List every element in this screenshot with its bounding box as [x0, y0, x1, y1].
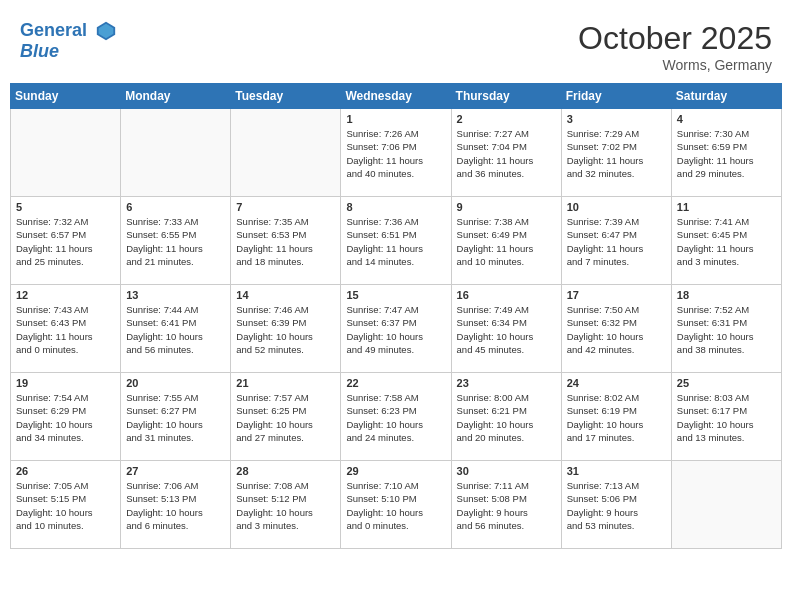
day-number: 8: [346, 201, 445, 213]
day-number: 31: [567, 465, 666, 477]
location: Worms, Germany: [578, 57, 772, 73]
day-number: 19: [16, 377, 115, 389]
calendar-cell: 18Sunrise: 7:52 AM Sunset: 6:31 PM Dayli…: [671, 285, 781, 373]
calendar-cell: 2Sunrise: 7:27 AM Sunset: 7:04 PM Daylig…: [451, 109, 561, 197]
day-number: 16: [457, 289, 556, 301]
calendar-cell: 4Sunrise: 7:30 AM Sunset: 6:59 PM Daylig…: [671, 109, 781, 197]
calendar-cell: 8Sunrise: 7:36 AM Sunset: 6:51 PM Daylig…: [341, 197, 451, 285]
calendar-cell: 19Sunrise: 7:54 AM Sunset: 6:29 PM Dayli…: [11, 373, 121, 461]
calendar-table: SundayMondayTuesdayWednesdayThursdayFrid…: [10, 83, 782, 549]
calendar-week-2: 5Sunrise: 7:32 AM Sunset: 6:57 PM Daylig…: [11, 197, 782, 285]
weekday-header-saturday: Saturday: [671, 84, 781, 109]
calendar-cell: 16Sunrise: 7:49 AM Sunset: 6:34 PM Dayli…: [451, 285, 561, 373]
calendar-cell: 29Sunrise: 7:10 AM Sunset: 5:10 PM Dayli…: [341, 461, 451, 549]
calendar-header-row: SundayMondayTuesdayWednesdayThursdayFrid…: [11, 84, 782, 109]
page-header: General Blue October 2025 Worms, Germany: [10, 10, 782, 78]
day-number: 20: [126, 377, 225, 389]
day-number: 18: [677, 289, 776, 301]
day-number: 2: [457, 113, 556, 125]
calendar-cell: 30Sunrise: 7:11 AM Sunset: 5:08 PM Dayli…: [451, 461, 561, 549]
day-info: Sunrise: 7:26 AM Sunset: 7:06 PM Dayligh…: [346, 127, 445, 180]
day-number: 25: [677, 377, 776, 389]
calendar-cell: 6Sunrise: 7:33 AM Sunset: 6:55 PM Daylig…: [121, 197, 231, 285]
day-number: 22: [346, 377, 445, 389]
day-info: Sunrise: 8:02 AM Sunset: 6:19 PM Dayligh…: [567, 391, 666, 444]
day-info: Sunrise: 8:03 AM Sunset: 6:17 PM Dayligh…: [677, 391, 776, 444]
day-info: Sunrise: 7:43 AM Sunset: 6:43 PM Dayligh…: [16, 303, 115, 356]
day-info: Sunrise: 7:55 AM Sunset: 6:27 PM Dayligh…: [126, 391, 225, 444]
logo-blue: Blue: [20, 41, 59, 61]
day-info: Sunrise: 7:33 AM Sunset: 6:55 PM Dayligh…: [126, 215, 225, 268]
day-info: Sunrise: 7:54 AM Sunset: 6:29 PM Dayligh…: [16, 391, 115, 444]
calendar-cell: 26Sunrise: 7:05 AM Sunset: 5:15 PM Dayli…: [11, 461, 121, 549]
weekday-header-monday: Monday: [121, 84, 231, 109]
day-info: Sunrise: 7:49 AM Sunset: 6:34 PM Dayligh…: [457, 303, 556, 356]
calendar-cell: 5Sunrise: 7:32 AM Sunset: 6:57 PM Daylig…: [11, 197, 121, 285]
day-info: Sunrise: 7:47 AM Sunset: 6:37 PM Dayligh…: [346, 303, 445, 356]
day-number: 1: [346, 113, 445, 125]
day-info: Sunrise: 7:36 AM Sunset: 6:51 PM Dayligh…: [346, 215, 445, 268]
day-info: Sunrise: 7:57 AM Sunset: 6:25 PM Dayligh…: [236, 391, 335, 444]
calendar-cell: 27Sunrise: 7:06 AM Sunset: 5:13 PM Dayli…: [121, 461, 231, 549]
day-info: Sunrise: 7:39 AM Sunset: 6:47 PM Dayligh…: [567, 215, 666, 268]
day-info: Sunrise: 7:35 AM Sunset: 6:53 PM Dayligh…: [236, 215, 335, 268]
calendar-cell: 1Sunrise: 7:26 AM Sunset: 7:06 PM Daylig…: [341, 109, 451, 197]
day-number: 9: [457, 201, 556, 213]
day-number: 28: [236, 465, 335, 477]
calendar-cell: 24Sunrise: 8:02 AM Sunset: 6:19 PM Dayli…: [561, 373, 671, 461]
day-number: 27: [126, 465, 225, 477]
day-info: Sunrise: 7:30 AM Sunset: 6:59 PM Dayligh…: [677, 127, 776, 180]
day-info: Sunrise: 7:29 AM Sunset: 7:02 PM Dayligh…: [567, 127, 666, 180]
day-info: Sunrise: 7:38 AM Sunset: 6:49 PM Dayligh…: [457, 215, 556, 268]
calendar-cell: 14Sunrise: 7:46 AM Sunset: 6:39 PM Dayli…: [231, 285, 341, 373]
logo-general: General: [20, 20, 87, 40]
weekday-header-wednesday: Wednesday: [341, 84, 451, 109]
day-number: 5: [16, 201, 115, 213]
day-info: Sunrise: 8:00 AM Sunset: 6:21 PM Dayligh…: [457, 391, 556, 444]
day-number: 3: [567, 113, 666, 125]
calendar-cell: 23Sunrise: 8:00 AM Sunset: 6:21 PM Dayli…: [451, 373, 561, 461]
day-number: 30: [457, 465, 556, 477]
calendar-cell: 28Sunrise: 7:08 AM Sunset: 5:12 PM Dayli…: [231, 461, 341, 549]
calendar-cell: [671, 461, 781, 549]
day-info: Sunrise: 7:58 AM Sunset: 6:23 PM Dayligh…: [346, 391, 445, 444]
logo: General Blue: [20, 20, 117, 62]
calendar-cell: 25Sunrise: 8:03 AM Sunset: 6:17 PM Dayli…: [671, 373, 781, 461]
day-number: 21: [236, 377, 335, 389]
day-info: Sunrise: 7:13 AM Sunset: 5:06 PM Dayligh…: [567, 479, 666, 532]
calendar-week-3: 12Sunrise: 7:43 AM Sunset: 6:43 PM Dayli…: [11, 285, 782, 373]
calendar-week-1: 1Sunrise: 7:26 AM Sunset: 7:06 PM Daylig…: [11, 109, 782, 197]
calendar-cell: 13Sunrise: 7:44 AM Sunset: 6:41 PM Dayli…: [121, 285, 231, 373]
calendar-cell: 10Sunrise: 7:39 AM Sunset: 6:47 PM Dayli…: [561, 197, 671, 285]
weekday-header-friday: Friday: [561, 84, 671, 109]
calendar-cell: 15Sunrise: 7:47 AM Sunset: 6:37 PM Dayli…: [341, 285, 451, 373]
day-info: Sunrise: 7:44 AM Sunset: 6:41 PM Dayligh…: [126, 303, 225, 356]
day-number: 15: [346, 289, 445, 301]
day-number: 4: [677, 113, 776, 125]
calendar-cell: [231, 109, 341, 197]
title-block: October 2025 Worms, Germany: [578, 20, 772, 73]
calendar-cell: 22Sunrise: 7:58 AM Sunset: 6:23 PM Dayli…: [341, 373, 451, 461]
day-number: 23: [457, 377, 556, 389]
day-info: Sunrise: 7:32 AM Sunset: 6:57 PM Dayligh…: [16, 215, 115, 268]
day-number: 6: [126, 201, 225, 213]
day-number: 12: [16, 289, 115, 301]
day-number: 7: [236, 201, 335, 213]
day-info: Sunrise: 7:46 AM Sunset: 6:39 PM Dayligh…: [236, 303, 335, 356]
calendar-cell: 9Sunrise: 7:38 AM Sunset: 6:49 PM Daylig…: [451, 197, 561, 285]
day-info: Sunrise: 7:50 AM Sunset: 6:32 PM Dayligh…: [567, 303, 666, 356]
calendar-cell: 17Sunrise: 7:50 AM Sunset: 6:32 PM Dayli…: [561, 285, 671, 373]
day-info: Sunrise: 7:06 AM Sunset: 5:13 PM Dayligh…: [126, 479, 225, 532]
weekday-header-thursday: Thursday: [451, 84, 561, 109]
calendar-cell: [11, 109, 121, 197]
day-info: Sunrise: 7:05 AM Sunset: 5:15 PM Dayligh…: [16, 479, 115, 532]
calendar-cell: [121, 109, 231, 197]
weekday-header-sunday: Sunday: [11, 84, 121, 109]
day-info: Sunrise: 7:27 AM Sunset: 7:04 PM Dayligh…: [457, 127, 556, 180]
day-number: 26: [16, 465, 115, 477]
calendar-cell: 11Sunrise: 7:41 AM Sunset: 6:45 PM Dayli…: [671, 197, 781, 285]
day-number: 11: [677, 201, 776, 213]
logo-icon: [95, 20, 117, 42]
calendar-cell: 7Sunrise: 7:35 AM Sunset: 6:53 PM Daylig…: [231, 197, 341, 285]
calendar-cell: 3Sunrise: 7:29 AM Sunset: 7:02 PM Daylig…: [561, 109, 671, 197]
